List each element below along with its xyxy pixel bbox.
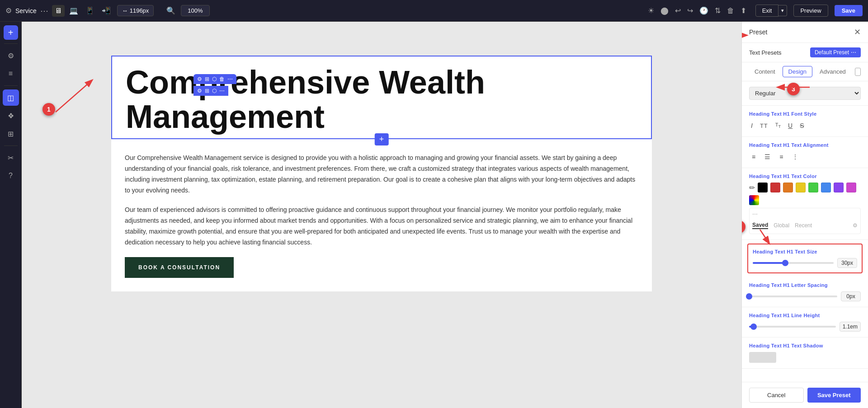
color-pink[interactable] — [846, 183, 856, 192]
line-height-value[interactable]: 1.1em — [840, 322, 861, 332]
color-tab-saved[interactable]: Saved — [752, 222, 768, 229]
preset-dropdown-icon: ⋯ — [851, 49, 856, 56]
letter-spacing-slider-row: 0px — [749, 291, 861, 301]
more-colors-dots: ⋯ — [752, 211, 758, 217]
body-block: Our Comprehensive Wealth Management serv… — [111, 139, 652, 291]
publish-icon[interactable]: ⬆ — [739, 5, 748, 17]
toolbar-move-icon[interactable]: ⬡ — [212, 76, 217, 82]
color-tab-global[interactable]: Global — [774, 222, 789, 229]
smallcaps-btn[interactable]: TT — [774, 120, 783, 131]
sidebar-item-widgets[interactable]: ❖ — [3, 108, 19, 124]
device-tablet-btn[interactable]: 📱 — [83, 5, 97, 17]
line-height-section: Heading Text H1 Line Height 1.1em — [742, 307, 868, 338]
toolbar-trash-icon[interactable]: 🗑 — [219, 76, 225, 82]
font-style-dropdown[interactable]: Regular — [749, 87, 861, 100]
panel-close-btn[interactable]: ✕ — [854, 27, 861, 37]
font-style-buttons: I TT TT U S — [749, 120, 861, 131]
panel-header: Preset ✕ — [742, 22, 868, 43]
exit-button[interactable]: Exit — [755, 5, 779, 17]
sidebar-item-help[interactable]: ? — [3, 168, 19, 184]
annotation-3: 3 — [787, 83, 800, 95]
line-height-slider-track[interactable] — [749, 326, 836, 328]
delete-icon[interactable]: 🗑 — [725, 5, 736, 17]
toolbar-gear-icon[interactable]: ⚙ — [197, 76, 202, 82]
strikethrough-btn[interactable]: S — [798, 120, 806, 131]
theme-toggle[interactable]: ⬤ — [659, 5, 670, 17]
align-justify-btn[interactable]: ⋮ — [789, 151, 801, 162]
topbar: ⚙ Service ⋯ 🖥 💻 📱 📲 ↔ 1196px 🔍 100% ☀ ⬤ … — [0, 0, 868, 22]
color-settings-icon[interactable]: ⚙ — [853, 222, 858, 229]
size-slider-track[interactable] — [753, 262, 834, 264]
heading-block[interactable]: Comprehensive Wealth Management + — [111, 56, 652, 139]
zoom-display[interactable]: 100% — [181, 5, 209, 16]
save-preset-button[interactable]: Save Preset — [807, 388, 861, 403]
color-purple[interactable] — [834, 183, 844, 192]
search-icon[interactable]: 🔍 — [165, 5, 177, 17]
exit-dropdown-btn[interactable]: ▾ — [778, 5, 787, 16]
sidebar-divider-2 — [4, 85, 18, 86]
body-paragraph-1: Our Comprehensive Wealth Management serv… — [125, 153, 638, 196]
panel-tabs: Content Design Advanced — [742, 62, 868, 81]
history-icon[interactable]: 🕐 — [698, 5, 710, 17]
sidebar-item-elements[interactable]: ◫ — [3, 89, 19, 106]
sidebar-item-grid[interactable]: ⊞ — [3, 126, 19, 142]
toolbar2-more-icon[interactable]: ⋯ — [219, 88, 225, 94]
undo-icon[interactable]: ↩ — [673, 5, 683, 17]
color-tab-recent[interactable]: Recent — [795, 222, 812, 229]
settings-icon[interactable]: ⚙ — [5, 6, 12, 15]
device-mobile-btn[interactable]: 📲 — [99, 5, 113, 17]
default-preset-btn[interactable]: Default Preset ⋯ — [810, 47, 861, 57]
color-green[interactable] — [808, 183, 818, 192]
color-yellow[interactable] — [796, 183, 806, 192]
line-height-thumb[interactable] — [750, 324, 757, 330]
size-label: Heading Text H1 Text Size — [753, 249, 857, 254]
toolbar2-gear-icon[interactable]: ⚙ — [197, 88, 202, 94]
italic-btn[interactable]: I — [749, 120, 755, 131]
toolbar2-move-icon[interactable]: ⬡ — [212, 88, 217, 94]
letter-spacing-thumb[interactable] — [746, 293, 752, 300]
cancel-button[interactable]: Cancel — [749, 388, 804, 403]
tab-advanced[interactable]: Advanced — [814, 66, 851, 77]
underline-btn[interactable]: U — [786, 120, 794, 131]
save-button[interactable]: Save — [835, 5, 863, 16]
line-height-label: Heading Text H1 Line Height — [749, 313, 861, 318]
sidebar-item-layers[interactable]: ≡ — [3, 66, 19, 82]
size-value[interactable]: 30px — [837, 258, 857, 268]
more-options-icon[interactable]: ⋯ — [40, 6, 48, 16]
add-block-btn[interactable]: + — [375, 133, 389, 145]
device-laptop-btn[interactable]: 💻 — [66, 5, 81, 17]
color-red[interactable] — [770, 183, 780, 192]
tab-design[interactable]: Design — [783, 66, 812, 77]
redo-icon[interactable]: ↪ — [685, 5, 695, 17]
size-slider-thumb[interactable] — [782, 260, 788, 266]
panel-title: Preset — [749, 28, 767, 36]
tab-content[interactable]: Content — [749, 66, 781, 77]
canvas-width-display[interactable]: ↔ 1196px — [117, 5, 154, 16]
color-orange[interactable] — [783, 183, 793, 192]
color-black[interactable] — [758, 183, 768, 192]
add-element-btn[interactable]: + — [4, 25, 18, 40]
uppercase-btn[interactable]: TT — [758, 121, 770, 131]
toolbar-more-icon[interactable]: ⋯ — [227, 76, 233, 82]
tab-checkbox[interactable] — [855, 68, 861, 76]
letter-spacing-section: Heading Text H1 Letter Spacing 0px — [742, 277, 868, 307]
canvas-area: 1 ⚙ ⊞ ⬡ 🗑 ⋯ ⚙ ⊞ ⬡ ⋯ — [22, 22, 741, 408]
responsive-icon[interactable]: ⇅ — [713, 5, 722, 17]
align-right-btn[interactable]: ≡ — [777, 151, 786, 162]
toolbar2-grid-icon[interactable]: ⊞ — [205, 88, 209, 94]
letter-spacing-slider-track[interactable] — [749, 295, 837, 297]
device-desktop-btn[interactable]: 🖥 — [52, 5, 65, 17]
sidebar-item-scissors[interactable]: ✂ — [3, 150, 19, 166]
toolbar-grid-icon[interactable]: ⊞ — [205, 76, 209, 82]
align-left-btn[interactable]: ≡ — [749, 151, 758, 162]
letter-spacing-value[interactable]: 0px — [841, 291, 861, 301]
cta-button[interactable]: BOOK A CONSULTATION — [125, 257, 234, 278]
align-center-btn[interactable]: ☰ — [762, 151, 773, 162]
color-pattern[interactable] — [749, 195, 759, 205]
color-picker-btn[interactable]: ✏ — [749, 183, 755, 192]
preview-button[interactable]: Preview — [793, 5, 828, 17]
sun-icon[interactable]: ☀ — [646, 5, 656, 17]
sidebar-item-settings[interactable]: ⚙ — [3, 47, 19, 64]
color-blue[interactable] — [821, 183, 831, 192]
content-wrapper: Comprehensive Wealth Management + Our Co… — [111, 56, 652, 291]
